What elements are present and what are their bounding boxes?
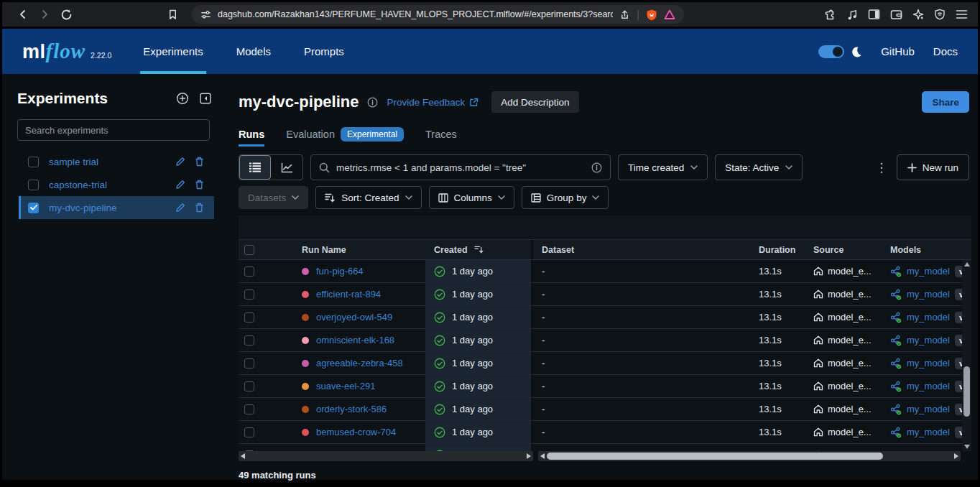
- scroll-down-icon[interactable]: [962, 442, 971, 451]
- source-link[interactable]: model_e...: [828, 266, 872, 277]
- table-row[interactable]: overjoyed-owl-549 1 day ago - 13.1s mode…: [239, 306, 971, 329]
- select-all-checkbox[interactable]: [244, 245, 254, 255]
- columns-dropdown[interactable]: Columns: [429, 186, 514, 209]
- runs-search-input[interactable]: [336, 162, 585, 173]
- header-duration[interactable]: Duration: [750, 240, 808, 259]
- rename-experiment-icon[interactable]: [175, 157, 185, 167]
- wallet-icon[interactable]: [890, 9, 902, 20]
- run-checkbox[interactable]: [244, 427, 254, 437]
- table-row[interactable]: [239, 444, 971, 451]
- experiment-name-link[interactable]: capstone-trial: [49, 180, 175, 190]
- add-description-button[interactable]: Add Description: [491, 91, 578, 113]
- scroll-left-icon[interactable]: [241, 453, 245, 459]
- menu-icon[interactable]: [956, 9, 968, 19]
- run-name-link[interactable]: efficient-rat-894: [316, 289, 381, 300]
- tab-models[interactable]: Models: [236, 29, 271, 74]
- scroll-right-icon[interactable]: [954, 453, 958, 459]
- sidebar-panel-icon[interactable]: [868, 9, 880, 20]
- experiment-item-my-dvc-pipeline[interactable]: my-dvc-pipeline: [19, 196, 214, 219]
- vpn-shield-icon[interactable]: [934, 9, 946, 20]
- sort-dropdown[interactable]: Sort: Created: [315, 186, 421, 209]
- experiment-info-icon[interactable]: [367, 97, 378, 108]
- experiment-name-link[interactable]: sample trial: [49, 157, 175, 167]
- runs-search-box[interactable]: [310, 154, 611, 180]
- search-info-icon[interactable]: [591, 162, 602, 173]
- datasets-dropdown[interactable]: Datasets: [239, 186, 308, 209]
- header-source[interactable]: Source: [808, 240, 879, 259]
- model-name-link[interactable]: my_model: [907, 358, 950, 368]
- chart-view-button[interactable]: [271, 155, 302, 180]
- run-name-link[interactable]: fun-pig-664: [316, 266, 364, 277]
- model-name-link[interactable]: my_model: [907, 335, 950, 345]
- header-run-name[interactable]: Run Name: [262, 240, 425, 259]
- tab-prompts[interactable]: Prompts: [304, 29, 344, 74]
- model-name-link[interactable]: my_model: [907, 266, 950, 277]
- mlflow-logo[interactable]: mlflow 2.22.0: [22, 40, 111, 63]
- run-name-link[interactable]: bemused-crow-704: [316, 427, 396, 437]
- share-button[interactable]: Share: [922, 91, 969, 113]
- leo-ai-icon[interactable]: [912, 9, 924, 20]
- run-name-link[interactable]: agreeable-zebra-458: [316, 358, 403, 368]
- github-link[interactable]: GitHub: [881, 45, 915, 57]
- share-page-icon[interactable]: [619, 9, 630, 20]
- site-settings-icon[interactable]: [200, 9, 211, 20]
- vertical-scrollbar[interactable]: [962, 260, 971, 451]
- source-link[interactable]: model_e...: [828, 335, 872, 345]
- new-run-button[interactable]: New run: [897, 154, 969, 180]
- run-name-link[interactable]: orderly-stork-586: [316, 404, 387, 414]
- experiment-checkbox[interactable]: [28, 180, 39, 190]
- forward-icon[interactable]: [34, 5, 55, 24]
- experiment-checkbox[interactable]: [28, 203, 39, 213]
- model-name-link[interactable]: my_model: [907, 404, 950, 414]
- table-row[interactable]: omniscient-elk-168 1 day ago - 13.1s mod…: [239, 329, 971, 352]
- run-checkbox[interactable]: [244, 358, 254, 368]
- back-icon[interactable]: [12, 5, 34, 24]
- run-checkbox[interactable]: [244, 266, 254, 277]
- run-checkbox[interactable]: [244, 312, 254, 323]
- table-row[interactable]: fun-pig-664 1 day ago - 13.1s model_e...…: [239, 260, 971, 283]
- delete-experiment-icon[interactable]: [195, 157, 204, 167]
- tab-evaluation[interactable]: Evaluation Experimental: [286, 127, 404, 148]
- header-models[interactable]: Models: [879, 240, 971, 259]
- run-name-link[interactable]: omniscient-elk-168: [316, 335, 394, 345]
- experiment-name-link[interactable]: my-dvc-pipeline: [49, 203, 175, 213]
- source-link[interactable]: model_e...: [828, 358, 872, 368]
- table-row[interactable]: orderly-stork-586 1 day ago - 13.1s mode…: [239, 398, 971, 421]
- delete-experiment-icon[interactable]: [195, 203, 204, 213]
- scroll-left-icon[interactable]: [540, 453, 545, 459]
- table-row[interactable]: suave-eel-291 1 day ago - 13.1s model_e.…: [239, 375, 971, 398]
- tab-experiments[interactable]: Experiments: [143, 29, 203, 74]
- vertical-scrollbar-thumb[interactable]: [963, 366, 970, 417]
- brave-rewards-icon[interactable]: [664, 9, 675, 20]
- columns-scrollbar[interactable]: [538, 451, 961, 461]
- pinned-columns-scrollbar[interactable]: [239, 451, 533, 461]
- collapse-sidebar-icon[interactable]: [199, 92, 212, 105]
- time-created-dropdown[interactable]: Time created: [618, 154, 708, 180]
- run-name-link[interactable]: suave-eel-291: [316, 381, 375, 391]
- run-checkbox[interactable]: [244, 289, 254, 300]
- experiment-item-capstone-trial[interactable]: capstone-trial: [19, 173, 214, 196]
- media-control-icon[interactable]: [846, 9, 858, 21]
- model-name-link[interactable]: my_model: [907, 312, 950, 323]
- provide-feedback-link[interactable]: Provide Feedback: [387, 97, 479, 108]
- group-by-dropdown[interactable]: Group by: [522, 186, 609, 209]
- model-name-link[interactable]: my_model: [907, 289, 950, 300]
- run-checkbox[interactable]: [244, 381, 254, 391]
- rename-experiment-icon[interactable]: [175, 203, 185, 213]
- more-options-icon[interactable]: ⋮: [874, 160, 889, 175]
- table-row[interactable]: bemused-crow-704 1 day ago - 13.1s model…: [239, 421, 971, 444]
- extensions-icon[interactable]: [824, 9, 836, 21]
- tab-traces[interactable]: Traces: [425, 129, 457, 147]
- source-link[interactable]: model_e...: [828, 312, 872, 323]
- source-link[interactable]: model_e...: [828, 404, 872, 414]
- horizontal-scrollbar-thumb[interactable]: [547, 453, 883, 460]
- table-row[interactable]: agreeable-zebra-458 1 day ago - 13.1s mo…: [239, 352, 971, 375]
- source-link[interactable]: model_e...: [828, 289, 872, 300]
- docs-link[interactable]: Docs: [933, 45, 958, 57]
- scroll-right-icon[interactable]: [527, 453, 531, 459]
- experiment-item-sample-trial[interactable]: sample trial: [19, 150, 214, 173]
- theme-toggle[interactable]: [818, 45, 844, 58]
- bookmark-icon[interactable]: [162, 5, 183, 24]
- header-dataset[interactable]: Dataset: [533, 240, 750, 259]
- reload-icon[interactable]: [55, 5, 77, 24]
